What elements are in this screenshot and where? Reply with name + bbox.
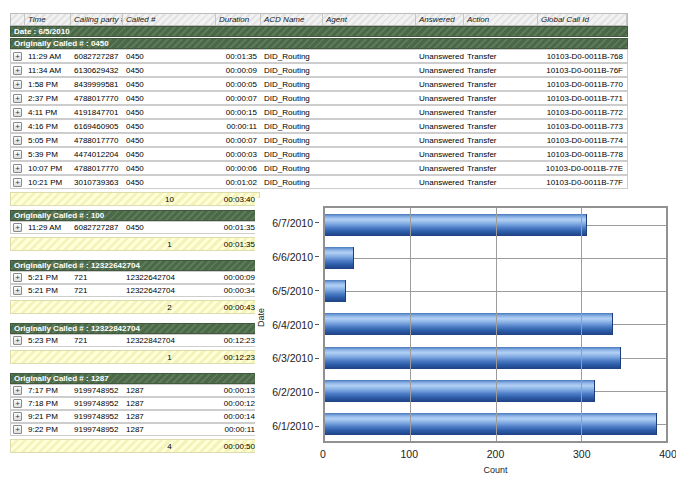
expand-cell: +: [11, 178, 25, 187]
expand-icon[interactable]: +: [13, 399, 22, 408]
expand-cell: +: [11, 425, 25, 434]
cell-duration: 00:01:35: [216, 52, 261, 61]
expand-icon[interactable]: +: [13, 136, 22, 145]
expand-cell: +: [11, 136, 25, 145]
table-row[interactable]: +1:58 PM8439999581045000:00:05DID_Routin…: [10, 77, 628, 91]
summary-total-duration: 00:00:43: [216, 303, 259, 312]
cell-time: 11:29 AM: [25, 223, 71, 232]
expand-icon[interactable]: +: [13, 412, 22, 421]
y-axis-tick-label: 6/5/2010: [272, 285, 313, 297]
cell-called: 0450: [123, 108, 216, 117]
column-header-action[interactable]: Action: [464, 14, 538, 25]
column-header-agent[interactable]: Agent: [323, 14, 416, 25]
gridline-x-200: [496, 208, 497, 441]
expand-icon[interactable]: +: [13, 94, 22, 103]
gridline-x-300: [581, 208, 582, 441]
cell-calling: 4191847701: [71, 108, 123, 117]
cell-time: 4:16 PM: [25, 122, 71, 131]
table-row[interactable]: +9:22 PM9199748952128700:00:11: [10, 423, 260, 436]
table-row[interactable]: +5:21 PM7211232264270400:00:09: [10, 271, 260, 284]
table-row[interactable]: +2:37 PM4788017770045000:00:07DID_Routin…: [10, 91, 628, 105]
cell-calling: 9199748952: [71, 425, 123, 434]
expand-icon[interactable]: +: [13, 108, 22, 117]
table-row[interactable]: +4:16 PM6169460905045000:00:11DID_Routin…: [10, 119, 628, 133]
column-header-called[interactable]: Called #: [123, 14, 216, 25]
cell-gcid: 10103-D0-0011B-76F: [538, 66, 627, 75]
cell-duration: 00:00:11: [216, 122, 261, 131]
column-header-answered[interactable]: Answered: [416, 14, 464, 25]
table-row[interactable]: +7:17 PM9199748952128700:00:13: [10, 384, 260, 397]
table-row[interactable]: +10:21 PM3010739363045000:01:02DID_Routi…: [10, 175, 628, 189]
cell-duration: 00:00:13: [216, 386, 259, 395]
column-header-calling[interactable]: Calling party #: [71, 14, 123, 25]
column-header-acd[interactable]: ACD Name: [261, 14, 323, 25]
cell-called: 12322642704: [123, 273, 216, 282]
cell-gcid: 10103-D0-0011B-768: [538, 52, 627, 61]
cell-calling: 721: [71, 336, 123, 345]
cell-duration: 00:00:15: [216, 108, 261, 117]
table-row[interactable]: +9:21 PM9199748952128700:00:14: [10, 410, 260, 423]
table-row[interactable]: +5:23 PM7211232284270400:12:23: [10, 334, 260, 347]
y-axis-tick-label: 6/4/2010: [272, 319, 313, 331]
cell-action: Transfer: [464, 164, 538, 173]
summary-call-count: 1: [123, 353, 216, 362]
table-row[interactable]: +11:34 AM6130629432045000:00:09DID_Routi…: [10, 63, 628, 77]
cell-acd: DID_Routing: [261, 52, 323, 61]
table-row[interactable]: +10:07 PM4788017770045000:00:06DID_Routi…: [10, 161, 628, 175]
expand-icon[interactable]: +: [13, 223, 22, 232]
table-row[interactable]: +5:21 PM7211232264270400:00:34: [10, 284, 260, 297]
chart-x-axis-title: Count: [323, 465, 668, 475]
group-header: Originally Called # : 12322842704: [10, 323, 260, 334]
cell-calling: 4474012204: [71, 150, 123, 159]
summary-total-duration: 00:03:40: [216, 195, 259, 204]
expand-icon[interactable]: +: [13, 286, 22, 295]
summary-total-duration: 00:12:23: [216, 353, 259, 362]
table-row[interactable]: +4:11 PM4191847701045000:00:15DID_Routin…: [10, 105, 628, 119]
summary-call-count: 4: [123, 442, 216, 451]
cell-gcid: 10103-D0-0011B-774: [538, 136, 627, 145]
expand-icon[interactable]: +: [13, 66, 22, 75]
y-axis-tick-label: 6/3/2010: [272, 352, 313, 364]
table-row[interactable]: +11:29 AM6082727287045000:01:35DID_Routi…: [10, 49, 628, 63]
cell-duration: 00:00:03: [216, 150, 261, 159]
column-header-duration[interactable]: Duration: [216, 14, 261, 25]
expand-icon[interactable]: +: [13, 425, 22, 434]
cell-calling: 4788017770: [71, 164, 123, 173]
column-header-gcid[interactable]: Global Call Id: [538, 14, 627, 25]
cell-duration: 00:01:02: [216, 178, 261, 187]
chart-bar: [325, 313, 613, 335]
group-summary-row: 200:00:43: [10, 300, 260, 314]
table-row[interactable]: +7:18 PM9199748952128700:00:12: [10, 397, 260, 410]
table-row[interactable]: +5:39 PM4474012204045000:00:03DID_Routin…: [10, 147, 628, 161]
y-axis-tick-mark: [315, 358, 319, 359]
expand-icon[interactable]: +: [13, 336, 22, 345]
expand-icon[interactable]: +: [13, 150, 22, 159]
expand-icon[interactable]: +: [13, 178, 22, 187]
table-row[interactable]: +11:29 AM6082727287045000:01:35: [10, 221, 260, 234]
expand-icon[interactable]: +: [13, 52, 22, 61]
expand-icon[interactable]: +: [13, 80, 22, 89]
cell-called: 1287: [123, 425, 216, 434]
y-axis-tick-mark: [315, 392, 319, 393]
cell-gcid: 10103-D0-0011B-77F: [538, 178, 627, 187]
y-axis-label-row: 6/6/2010: [255, 240, 319, 274]
cell-action: Transfer: [464, 178, 538, 187]
cell-time: 5:23 PM: [25, 336, 71, 345]
expand-icon[interactable]: +: [13, 386, 22, 395]
cell-called: 0450: [123, 136, 216, 145]
y-axis-tick-mark: [315, 256, 319, 257]
column-header-expand[interactable]: [11, 14, 25, 25]
y-axis-tick-mark: [315, 426, 319, 427]
table-row[interactable]: +5:05 PM4788017770045000:00:07DID_Routin…: [10, 133, 628, 147]
expand-icon[interactable]: +: [13, 122, 22, 131]
cell-duration: 00:00:06: [216, 164, 261, 173]
cell-duration: 00:00:07: [216, 94, 261, 103]
expand-icon[interactable]: +: [13, 273, 22, 282]
cell-duration: 00:00:12: [216, 399, 259, 408]
cell-answered: Unanswered: [416, 108, 464, 117]
chart-bar: [325, 380, 595, 402]
cell-duration: 00:01:35: [216, 223, 259, 232]
expand-icon[interactable]: +: [13, 164, 22, 173]
y-axis-label-row: 6/7/2010: [255, 206, 319, 240]
column-header-time[interactable]: Time: [25, 14, 71, 25]
